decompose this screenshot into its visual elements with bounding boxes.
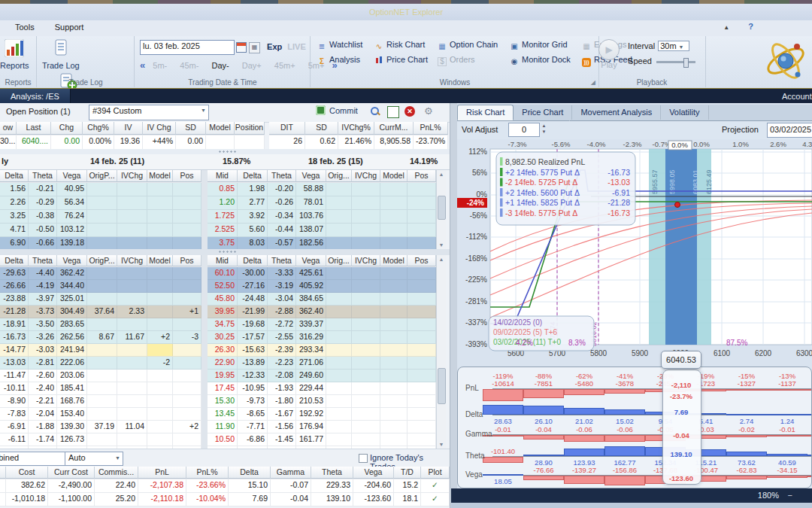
zoom-out-icon[interactable]: − — [788, 491, 792, 500]
column-header[interactable]: Model — [380, 255, 408, 266]
help-icon[interactable]: ? — [748, 22, 753, 31]
table-row[interactable]: 45.80-24.48-3.04384.65 — [208, 293, 436, 306]
column-header[interactable]: Delta — [238, 255, 268, 266]
table-row[interactable]: 4.71-0.50103.12 — [0, 224, 201, 237]
column-header[interactable]: Pos — [408, 170, 436, 182]
table-row[interactable]: -29.63-4.40362.42 — [0, 267, 201, 280]
column-header[interactable]: SD — [305, 122, 338, 135]
column-header[interactable]: Theta — [29, 255, 57, 266]
aggregation-select[interactable]: Combined▼ — [0, 452, 74, 466]
vol-adjust-spinner[interactable]: 0 — [508, 123, 540, 137]
table-row[interactable]: 30...6040....0.000.00%19.36+44%0.00 — [0, 135, 265, 150]
trading-date-input[interactable]: lu. 03 feb. 2025 — [140, 40, 235, 55]
column-header[interactable]: IVChg — [352, 170, 380, 182]
option-chain-button[interactable]: ▦Option Chain — [436, 39, 508, 54]
column-header[interactable]: OrigP... — [87, 255, 117, 266]
table-row[interactable]: 3.25-0.3876.24 — [0, 210, 201, 224]
column-header[interactable]: Mid — [208, 255, 238, 266]
column-header[interactable]: SD — [176, 122, 206, 135]
table-row[interactable]: -7.83-2.04153.40 — [0, 408, 201, 421]
table-row[interactable]: 30.25-17.57-2.55316.29 — [208, 331, 436, 344]
watchlist-button[interactable]: ≣Watchlist — [316, 39, 373, 54]
table-row[interactable]: 17.45-10.95-1.93229.44 — [208, 382, 436, 395]
trade-log-button[interactable]: Trade Log — [38, 36, 84, 70]
table-row[interactable]: 11.90-7.71-1.56176.94 — [208, 421, 436, 433]
column-header[interactable]: Mid — [208, 170, 238, 182]
menu-tools[interactable]: Tools — [6, 20, 44, 34]
column-header[interactable]: Delta — [0, 170, 29, 182]
table-row[interactable]: 52.50-27.16-3.19405.92 — [208, 280, 436, 293]
table-row[interactable]: 382.62-2,490.0022.40-2,107.38-23.66%15.1… — [0, 479, 450, 493]
column-header[interactable]: Theta — [268, 255, 296, 266]
nav-day-fwd[interactable]: Day+ — [242, 61, 262, 70]
settings-gear-icon[interactable]: ⚙ — [424, 106, 435, 117]
column-header[interactable]: IV Chg — [143, 122, 176, 135]
column-header[interactable]: Gamma — [271, 467, 311, 479]
table-row[interactable]: 0.851.98-0.2058.88 — [208, 183, 436, 196]
nav-45m-back[interactable]: 45m- — [180, 61, 198, 70]
tab-price-chart[interactable]: Price Chart — [514, 105, 572, 120]
column-header[interactable]: Theta — [29, 170, 57, 182]
table-row[interactable]: 13.45-8.65-1.67192.92 — [208, 408, 436, 421]
step-back-icon[interactable]: « — [140, 59, 145, 71]
column-header[interactable]: IVChg% — [338, 122, 374, 135]
table-row[interactable]: 15.30-9.73-1.80210.53 — [208, 395, 436, 408]
column-header[interactable]: Model — [147, 170, 173, 182]
table-row[interactable]: 19.95-12.33-2.08249.60 — [208, 370, 436, 382]
column-header[interactable]: Model — [380, 170, 408, 182]
column-header[interactable]: DIT — [269, 122, 305, 135]
tab-risk-chart[interactable]: Risk Chart — [457, 105, 514, 120]
column-header[interactable]: Commis... — [95, 467, 138, 479]
strategy-select[interactable]: #394 Custom▼ — [89, 105, 209, 120]
splitter[interactable] — [0, 249, 450, 255]
search-icon[interactable] — [370, 106, 380, 117]
spinner-arrows-icon[interactable]: ▲▼ — [540, 123, 548, 135]
risk-chart[interactable]: 5955.57 5998.05 6083.01 6125.49 5775.74 … — [457, 140, 812, 360]
column-header[interactable]: T/D — [394, 467, 421, 479]
collapse-ribbon-icon[interactable]: ▲ — [723, 24, 729, 31]
column-header[interactable]: PnL% — [414, 122, 448, 135]
column-header[interactable]: Theta — [268, 170, 296, 182]
column-header[interactable]: Orig... — [326, 255, 352, 266]
column-header[interactable]: OrigP... — [87, 170, 117, 182]
nav-45m-fwd[interactable]: 45m+ — [274, 61, 295, 70]
column-header[interactable]: PnL — [138, 467, 186, 479]
column-header[interactable]: Cost — [6, 467, 48, 479]
column-header[interactable]: Vega — [296, 255, 326, 266]
monitor-dock-button[interactable]: ◉Monitor Dock — [508, 54, 580, 69]
table-row[interactable]: -13.03-2.81222.06-2 — [0, 357, 201, 370]
table-row[interactable]: 22.90-13.89-2.23271.06 — [208, 357, 436, 370]
column-header[interactable]: Curr Cost — [48, 467, 95, 479]
analysis-button[interactable]: ΣAnalysis — [316, 54, 373, 69]
table-row[interactable]: -16.73-3.26262.568.6711.67+2-3 — [0, 331, 201, 344]
table-row[interactable]: 2.5255.60-0.44138.07 — [208, 224, 436, 237]
expiration-jump-button[interactable]: ▦ — [249, 42, 260, 53]
exp-label[interactable]: Exp — [267, 42, 282, 51]
column-header[interactable]: Vega — [57, 255, 87, 266]
column-header[interactable]: Pos — [173, 170, 201, 182]
column-header[interactable]: Position — [235, 122, 265, 135]
column-header[interactable]: Vega — [353, 467, 394, 479]
tab-volatility[interactable]: Volatility — [661, 105, 708, 120]
calendar-icon[interactable] — [236, 42, 247, 53]
table-row[interactable]: 1.56-0.2140.95 — [0, 183, 201, 196]
tab-movement-analysis[interactable]: Movement Analysis — [572, 105, 661, 120]
table-row[interactable]: -26.66-4.19344.40 — [0, 280, 201, 293]
table-row[interactable]: 10.50-6.86-1.45161.77 — [208, 433, 436, 446]
export-icon[interactable] — [387, 106, 399, 118]
speed-slider[interactable] — [656, 61, 695, 63]
nav-5m-back[interactable]: 5m- — [153, 61, 167, 70]
table-row[interactable]: -1,010.18-1,100.0025.20-2,110.18-10.04%7… — [0, 493, 450, 506]
column-header[interactable]: CurrM... — [374, 122, 414, 135]
table-row[interactable]: 26.30-15.63-2.39293.34 — [208, 344, 436, 357]
column-header[interactable]: IV — [114, 122, 143, 135]
column-header[interactable]: IVChg — [352, 255, 380, 266]
table-row[interactable]: -23.88-3.97325.01 — [0, 293, 201, 306]
play-button[interactable]: ▶ Play — [598, 36, 620, 69]
column-header[interactable]: Theta — [311, 467, 353, 479]
column-header[interactable]: PnL% — [186, 467, 229, 479]
column-header[interactable]: Last — [17, 122, 51, 135]
table-row[interactable]: -6.11-1.74126.73 — [0, 433, 201, 446]
table-row[interactable]: 1.202.77-0.2678.01 — [208, 196, 436, 210]
column-header[interactable]: Pos — [408, 255, 436, 266]
